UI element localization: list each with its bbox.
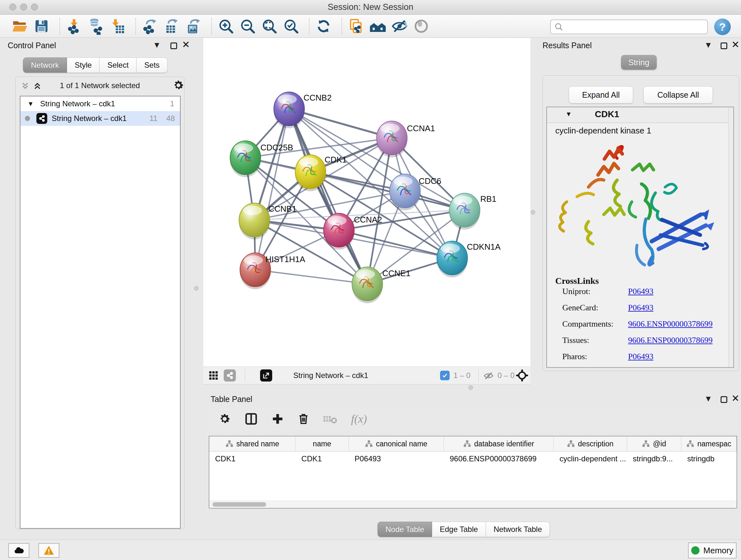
network-node[interactable] xyxy=(352,267,383,303)
table-cell[interactable]: CDK1 xyxy=(295,451,349,466)
collapse-all-button[interactable]: Collapse All xyxy=(643,86,713,104)
table-panel-close-button[interactable]: ✕ xyxy=(731,395,739,403)
column-header-canonical-name[interactable]: canonical name xyxy=(349,436,444,451)
network-collection-row[interactable]: ▼ String Network – cdk1 1 xyxy=(20,97,180,111)
network-canvas[interactable]: CCNB2CCNA1CDC25BCDK1CDC6RB1CCNB1CCNA2CDK… xyxy=(203,38,530,367)
import-network-database-icon[interactable] xyxy=(87,17,105,35)
delete-column-trash-icon[interactable] xyxy=(297,413,310,425)
column-header--id[interactable]: @id xyxy=(627,436,682,451)
tab-edge-table[interactable]: Edge Table xyxy=(432,522,486,537)
save-session-icon[interactable] xyxy=(32,17,51,35)
network-node[interactable] xyxy=(437,241,468,277)
crosslink-link[interactable]: P06493 xyxy=(628,303,653,313)
network-graph[interactable]: CCNB2CCNA1CDC25BCDK1CDC6RB1CCNB1CCNA2CDK… xyxy=(203,38,530,367)
network-edge[interactable] xyxy=(255,109,289,270)
birdseye-crosshair-icon[interactable] xyxy=(515,369,529,383)
collection-expand-triangle-icon[interactable]: ▼ xyxy=(27,100,34,108)
show-columns-icon[interactable] xyxy=(245,412,258,426)
tab-network[interactable]: Network xyxy=(23,57,67,73)
vertical-splitter-handle[interactable] xyxy=(194,286,199,291)
zoom-out-icon[interactable] xyxy=(239,17,257,35)
network-node[interactable] xyxy=(390,174,420,210)
create-column-plus-icon[interactable] xyxy=(271,413,284,425)
window-title: Session: New Session xyxy=(0,2,741,12)
tab-select[interactable]: Select xyxy=(99,57,137,73)
table-settings-gear-icon[interactable] xyxy=(218,413,231,425)
search-input[interactable] xyxy=(563,22,699,32)
crosslink-link[interactable]: P06493 xyxy=(628,352,653,361)
control-panel-float-button[interactable] xyxy=(171,43,177,51)
import-table-file-icon[interactable] xyxy=(109,17,126,35)
export-network-icon[interactable] xyxy=(141,17,159,35)
table-panel-float-button[interactable] xyxy=(721,396,727,404)
table-cell[interactable]: stringdb xyxy=(681,451,737,466)
hide-annotations-icon[interactable] xyxy=(391,17,408,35)
network-row[interactable]: String Network – cdk1 11 48 xyxy=(20,111,180,126)
selected-checkbox-icon[interactable] xyxy=(440,371,450,380)
expand-all-button[interactable]: Expand All xyxy=(569,86,633,104)
grid-view-icon[interactable] xyxy=(208,370,219,382)
zoom-fit-icon[interactable] xyxy=(260,17,278,35)
tab-style[interactable]: Style xyxy=(67,57,99,73)
help-icon[interactable]: ? xyxy=(714,18,731,35)
table-panel-menu-button[interactable]: ▾ xyxy=(706,395,711,403)
crosslink-link[interactable]: P06493 xyxy=(628,287,653,296)
houses-icon[interactable] xyxy=(369,17,387,35)
open-file-icon[interactable] xyxy=(11,17,29,35)
export-image-icon[interactable] xyxy=(185,17,202,35)
network-node[interactable] xyxy=(239,203,270,240)
results-panel-menu-button[interactable]: ▾ xyxy=(706,42,711,49)
node-label: RB1 xyxy=(480,194,496,204)
network-node[interactable] xyxy=(274,92,305,128)
search-field[interactable] xyxy=(550,19,708,34)
crosslink-link[interactable]: 9606.ENSP00000378699 xyxy=(628,319,713,329)
network-node[interactable] xyxy=(295,155,326,191)
table-cell[interactable]: P06493 xyxy=(349,451,444,466)
network-node[interactable] xyxy=(230,141,261,177)
table-row[interactable]: CDK1CDK1P064939606.ENSP00000378699cyclin… xyxy=(209,451,737,466)
network-node[interactable] xyxy=(324,213,354,250)
column-header-namespac[interactable]: namespac xyxy=(681,436,737,451)
hidden-eye-icon[interactable] xyxy=(483,371,494,382)
table-hscrollbar-thumb[interactable] xyxy=(212,502,266,507)
column-header-database-identifier[interactable]: database identifier xyxy=(444,436,554,451)
tab-node-table[interactable]: Node Table xyxy=(378,522,432,537)
collapse-entry-triangle-icon[interactable]: ▼ xyxy=(565,111,572,118)
control-panel-menu-button[interactable]: ▾ xyxy=(154,42,159,49)
network-node[interactable] xyxy=(449,193,480,230)
table-cell[interactable]: cyclin-dependent ... xyxy=(554,451,627,466)
import-network-file-icon[interactable] xyxy=(65,17,83,35)
cloud-button[interactable] xyxy=(8,543,29,558)
vertical-splitter-handle[interactable] xyxy=(531,210,535,214)
tab-sets[interactable]: Sets xyxy=(137,57,167,73)
table-cell[interactable]: CDK1 xyxy=(209,451,295,466)
table-cell[interactable]: stringdb:9... xyxy=(627,451,682,466)
tab-string[interactable]: String xyxy=(621,55,657,70)
warning-button[interactable] xyxy=(38,543,59,558)
network-edge[interactable] xyxy=(255,270,367,284)
table-cell[interactable]: 9606.ENSP00000378699 xyxy=(444,451,554,466)
column-header-shared-name[interactable]: shared name xyxy=(209,436,295,451)
network-options-gear-icon[interactable] xyxy=(172,79,185,92)
toolbar-separator xyxy=(309,18,310,35)
zoom-in-icon[interactable] xyxy=(217,17,235,35)
open-in-new-window-icon[interactable] xyxy=(260,369,272,381)
column-header-description[interactable]: description xyxy=(554,436,627,451)
export-table-icon[interactable] xyxy=(163,17,181,35)
duplicate-network-icon[interactable] xyxy=(347,17,365,35)
control-panel-close-button[interactable]: ✕ xyxy=(182,41,190,49)
refresh-view-icon[interactable] xyxy=(315,17,333,35)
gene-header[interactable]: ▼ CDK1 xyxy=(547,107,733,123)
zoom-selected-icon[interactable] xyxy=(282,17,300,35)
network-node[interactable] xyxy=(377,121,407,158)
network-share-view-icon[interactable] xyxy=(224,369,236,381)
results-panel-close-button[interactable]: ✕ xyxy=(731,41,739,49)
crosslink-link[interactable]: 9606.ENSP00000378699 xyxy=(628,335,713,345)
horizontal-splitter-handle[interactable] xyxy=(468,385,473,390)
memory-button[interactable]: Memory xyxy=(688,543,737,558)
results-scrollbar[interactable] xyxy=(729,107,733,367)
table-hscrollbar[interactable] xyxy=(209,501,737,508)
column-header-name[interactable]: name xyxy=(295,436,349,451)
results-panel-float-button[interactable] xyxy=(721,43,727,51)
tab-network-table[interactable]: Network Table xyxy=(486,522,550,537)
